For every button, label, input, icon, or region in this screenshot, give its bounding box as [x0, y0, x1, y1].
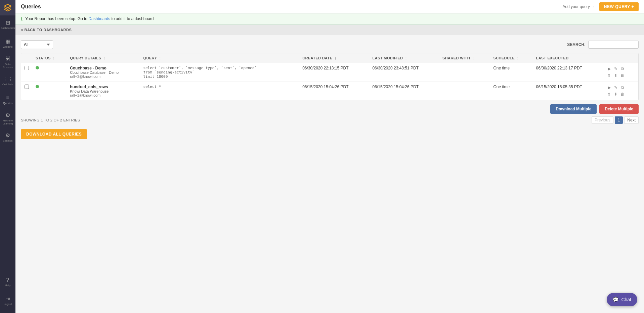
main-content: Queries Add your query → NEW QUERY + ℹ Y…	[15, 0, 644, 313]
run-icon[interactable]: ▶	[606, 66, 612, 72]
query-email: ralf+1@knowi.com	[70, 93, 136, 97]
query-details-cell: Couchbase - Demo Couchbase Database - De…	[67, 63, 140, 82]
status-header[interactable]: STATUS ↕	[32, 53, 67, 63]
row-checkbox[interactable]	[25, 66, 29, 70]
cellsets-icon: ⋮⋮	[2, 76, 13, 82]
download-icon[interactable]: ⬇	[613, 72, 619, 79]
table-row: hundred_cols_rows Knowi Data Warehouse r…	[21, 82, 638, 100]
shared-with-cell	[439, 63, 490, 82]
query-sql: select *	[143, 85, 296, 89]
sidebar-item-label: Settings	[3, 139, 13, 142]
actions-cell: ▶ ✎ ⧉ ⇪ ⬇ 🗑	[603, 82, 638, 100]
schedule-header[interactable]: SCHEDULE ↕	[490, 53, 532, 63]
query-details-header[interactable]: QUERY DETAILS ↕	[67, 53, 140, 63]
row-checkbox-cell	[21, 63, 32, 82]
edit-icon[interactable]: ✎	[613, 66, 619, 72]
new-query-button[interactable]: NEW QUERY +	[599, 2, 639, 11]
dashboards-link[interactable]: Dashboards	[88, 16, 110, 21]
run-icon[interactable]: ▶	[606, 85, 612, 91]
sidebar-item-ml[interactable]: ⚙ Machine Learning	[0, 109, 15, 128]
search-label: SEARCH:	[567, 42, 586, 47]
row-checkbox[interactable]	[25, 85, 29, 89]
copy-icon[interactable]: ⧉	[619, 66, 626, 72]
last-modified-header[interactable]: LAST MODIFIED ↕	[369, 53, 439, 63]
back-bar: < BACK TO DASHBOARDS	[15, 24, 644, 35]
sidebar-item-widgets[interactable]: ▦ Widgets	[0, 34, 15, 53]
actions-cell: ▶ ✎ ⧉ ⇪ ⬇ 🗑	[603, 63, 638, 82]
chat-icon: 💬	[613, 297, 618, 302]
created-date-cell: 06/30/2020 22:13:15 PDT	[299, 63, 369, 82]
created-date-header[interactable]: CREATED DATE ↓	[299, 53, 369, 63]
sidebar-item-logout[interactable]: ⇥ Logout	[0, 292, 15, 310]
bottom-actions: Download Multiple Delete Multiple	[21, 104, 639, 114]
action-icons: ▶ ✎ ⧉ ⇪ ⬇ 🗑	[606, 85, 626, 97]
sidebar-item-cellsets[interactable]: ⋮⋮ Cell Sets	[0, 72, 15, 91]
shared-with-header[interactable]: SHARED WITH ↕	[439, 53, 490, 63]
next-page-button[interactable]: Next	[624, 116, 639, 124]
sidebar-item-label: Queries	[3, 102, 12, 105]
query-name: hundred_cols_rows	[70, 85, 136, 89]
actions-header	[603, 53, 638, 63]
filter-select[interactable]: All My Queries Shared	[21, 40, 53, 49]
last-executed-header[interactable]: LAST EXECUTED	[533, 53, 603, 63]
last-modified-cell: 06/30/2020 23:48:51 PDT	[369, 63, 439, 82]
table-body: Couchbase - Demo Couchbase Database - De…	[21, 63, 638, 100]
previous-page-button[interactable]: Previous	[592, 116, 613, 124]
sidebar-item-label: Data Sources	[0, 63, 15, 69]
topbar: Queries Add your query → NEW QUERY +	[15, 0, 644, 13]
download-all-button[interactable]: DOWNLOAD ALL QUERIES	[21, 129, 87, 139]
logout-icon: ⇥	[6, 296, 10, 302]
share-icon[interactable]: ⇪	[606, 72, 612, 79]
last-executed-cell: 06/30/2020 22:13:17 PDT	[533, 63, 603, 82]
delete-icon[interactable]: 🗑	[619, 91, 626, 97]
chat-button[interactable]: 💬 Chat	[607, 293, 637, 306]
status-cell	[32, 82, 67, 100]
content-area: All My Queries Shared SEARCH: STATUS ↕ Q…	[15, 35, 644, 313]
status-indicator	[36, 66, 39, 69]
search-area: SEARCH:	[567, 41, 639, 49]
schedule-cell: One time	[490, 82, 532, 100]
download-icon[interactable]: ⬇	[613, 91, 619, 97]
edit-icon[interactable]: ✎	[613, 85, 619, 91]
page-1-button[interactable]: 1	[615, 116, 623, 124]
topbar-right: Add your query → NEW QUERY +	[562, 2, 639, 11]
queries-icon: ≡	[6, 95, 9, 101]
back-to-dashboards-link[interactable]: < BACK TO DASHBOARDS	[21, 28, 72, 32]
checkbox-header	[21, 53, 32, 63]
info-icon: ℹ	[21, 16, 23, 21]
sidebar-item-queries[interactable]: ≡ Queries	[0, 91, 15, 109]
schedule-cell: One time	[490, 63, 532, 82]
delete-multiple-button[interactable]: Delete Multiple	[599, 104, 639, 114]
delete-icon[interactable]: 🗑	[619, 72, 626, 79]
sidebar-item-label: Cell Sets	[2, 83, 13, 86]
row-checkbox-cell	[21, 82, 32, 100]
sidebar-item-dashboards[interactable]: ⊞ Dashboards	[0, 15, 15, 34]
add-query-link: Add your query →	[562, 4, 595, 9]
sidebar-item-label: Logout	[4, 303, 12, 306]
table-row: Couchbase - Demo Couchbase Database - De…	[21, 63, 638, 82]
sidebar-logo[interactable]	[0, 0, 15, 15]
sidebar-item-datasources[interactable]: 🗄 Data Sources	[0, 53, 15, 72]
query-header[interactable]: QUERY ↕	[140, 53, 299, 63]
share-icon[interactable]: ⇪	[606, 91, 612, 97]
copy-icon[interactable]: ⧉	[619, 85, 626, 91]
alert-banner: ℹ Your Report has been setup. Go to Dash…	[15, 13, 644, 24]
query-db: Knowi Data Warehouse	[70, 89, 136, 93]
created-date-cell: 06/15/2020 15:04:26 PDT	[299, 82, 369, 100]
pagination-row: SHOWING 1 TO 2 OF 2 ENTRIES Previous 1 N…	[21, 116, 639, 124]
query-sql-cell: select *	[140, 82, 299, 100]
query-details-cell: hundred_cols_rows Knowi Data Warehouse r…	[67, 82, 140, 100]
sidebar-item-settings[interactable]: ⚙ Settings	[0, 128, 15, 147]
query-name: Couchbase - Demo	[70, 66, 136, 70]
last-modified-cell: 06/15/2020 15:04:26 PDT	[369, 82, 439, 100]
download-multiple-button[interactable]: Download Multiple	[550, 104, 597, 114]
chat-label: Chat	[621, 297, 631, 302]
settings-icon: ⚙	[5, 133, 10, 138]
ml-icon: ⚙	[5, 113, 10, 118]
query-sql: select `customer`, `message_type`, `sent…	[143, 66, 296, 79]
shared-with-cell	[439, 82, 490, 100]
sidebar-bottom: ? Help ⇥ Logout	[0, 273, 15, 313]
sidebar-item-help[interactable]: ? Help	[0, 273, 15, 292]
help-icon: ?	[6, 277, 9, 283]
search-input[interactable]	[588, 41, 639, 49]
